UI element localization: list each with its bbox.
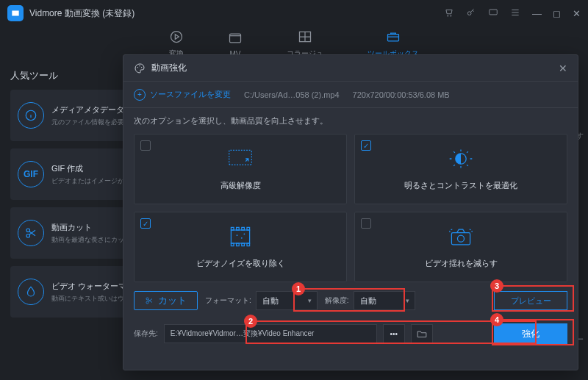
drop-icon: [18, 279, 44, 305]
checkbox[interactable]: [361, 218, 371, 229]
svg-rect-14: [231, 230, 249, 243]
option-label: 明るさとコントラストを最適化: [404, 180, 517, 191]
tool-gif-maker[interactable]: GIF GIF 作成 ビデオまたはイメージからGIF: [10, 148, 138, 200]
enhancer-dialog: 動画強化 ✕ + ソースファイルを変更 C:/Users/Ad…058 (2).…: [123, 54, 578, 370]
hint-text: 次のオプションを選択し、動画品質を向上させます。: [134, 115, 567, 126]
change-source-button[interactable]: + ソースファイルを変更: [134, 89, 231, 101]
enhance-button[interactable]: 強化: [494, 323, 567, 344]
camera-icon: [448, 226, 474, 251]
svg-rect-5: [388, 35, 399, 41]
toolbox-icon: [386, 29, 401, 46]
svg-rect-18: [247, 227, 250, 230]
option-upscale[interactable]: 高級解像度: [134, 134, 347, 204]
monitor-icon: [227, 148, 254, 173]
svg-point-10: [139, 65, 140, 66]
format-select[interactable]: 自動: [256, 291, 318, 310]
browse-button[interactable]: •••: [383, 324, 405, 343]
svg-rect-1: [490, 9, 498, 14]
svg-point-24: [241, 237, 243, 238]
save-path-field[interactable]: E:¥Vidmore¥Vidmor…変換¥Video Enhancer: [164, 324, 377, 343]
mv-icon: [228, 31, 243, 47]
option-label: ビデオノイズを取り除く: [196, 258, 285, 269]
svg-point-25: [244, 233, 245, 234]
tool-video-cut[interactable]: 動画カット 動画を最適な長さにカット: [10, 207, 138, 259]
app-logo: [7, 5, 24, 21]
svg-rect-17: [242, 227, 245, 230]
tool-desc: ビデオまたはイメージからGIF: [51, 176, 131, 186]
change-source-label: ソースファイルを変更: [150, 89, 231, 100]
resolution-select[interactable]: 自動: [354, 291, 415, 310]
cut-label: カット: [158, 294, 187, 307]
minimize-button[interactable]: —: [532, 8, 541, 19]
preview-button[interactable]: プレビュー: [494, 291, 567, 310]
resolution-group: 解像度: 自動: [325, 291, 415, 310]
convert-icon: [169, 29, 184, 46]
menu-icon[interactable]: [510, 7, 520, 20]
svg-point-27: [458, 235, 465, 242]
sidebar-title: 人気ツール: [10, 69, 138, 82]
checkbox[interactable]: ✓: [361, 140, 371, 151]
option-label: 高級解像度: [220, 180, 261, 191]
resolution-label: 解像度:: [325, 295, 349, 306]
format-label: フォーマット:: [205, 295, 251, 306]
svg-point-11: [141, 67, 142, 68]
source-row: + ソースファイルを変更 C:/Users/Ad…058 (2).mp4 720…: [123, 82, 578, 108]
tool-name: メディアメタデータエディター: [51, 104, 131, 115]
format-group: フォーマット: 自動: [205, 291, 318, 310]
titlebar: Vidmore 動画変換 (未登録) — ◻ ✕: [0, 0, 588, 26]
svg-rect-20: [237, 243, 240, 246]
dialog-title: 動画強化: [151, 62, 559, 74]
source-path: C:/Users/Ad…058 (2).mp4: [244, 90, 340, 99]
tool-metadata-editor[interactable]: メディアメタデータエディター 元のファイル情報を必要に応じて変更します: [10, 90, 138, 141]
tool-watermark[interactable]: ビデオ ウォーターマーク除去 動画にテキスト或いはウォーターマークを追加します: [10, 266, 138, 318]
svg-rect-12: [229, 150, 252, 165]
checkbox[interactable]: [140, 140, 151, 151]
svg-rect-21: [242, 243, 245, 246]
svg-rect-16: [237, 227, 240, 230]
key-icon[interactable]: [466, 7, 476, 20]
option-brightness[interactable]: ✓ 明るさとコントラストを最適化: [354, 134, 567, 204]
svg-point-23: [237, 234, 238, 236]
tool-name: GIF 作成: [51, 163, 131, 174]
close-button[interactable]: ✕: [573, 8, 581, 19]
dialog-body: 次のオプションを選択し、動画品質を向上させます。 高級解像度 ✓ 明るさとコント…: [123, 108, 578, 351]
tool-desc: 元のファイル情報を必要に応じて変更します: [51, 118, 131, 127]
cut-button[interactable]: カット: [134, 291, 198, 310]
collage-icon: [298, 29, 312, 46]
svg-rect-22: [247, 243, 250, 246]
tool-name: 動画カット: [51, 222, 131, 233]
palette-icon: [134, 62, 146, 74]
gif-icon: GIF: [18, 161, 44, 187]
dialog-header: 動画強化 ✕: [123, 55, 578, 82]
maximize-button[interactable]: ◻: [553, 8, 561, 19]
svg-point-0: [467, 11, 471, 15]
option-stabilize[interactable]: ビデオ揺れを減らす: [354, 212, 567, 282]
scissors-icon: [18, 220, 44, 246]
open-folder-button[interactable]: [411, 324, 433, 343]
source-meta: 720x720/00:00:53/6.08 MB: [353, 90, 450, 99]
svg-rect-3: [230, 34, 241, 43]
dialog-close-button[interactable]: ✕: [559, 62, 567, 74]
sidebar: 人気ツール メディアメタデータエディター 元のファイル情報を必要に応じて変更しま…: [0, 62, 138, 380]
checkbox[interactable]: ✓: [140, 218, 151, 229]
option-label: ビデオ揺れを減らす: [425, 258, 498, 269]
svg-rect-26: [451, 232, 470, 244]
brightness-icon: [448, 148, 474, 173]
tool-desc: 動画にテキスト或いはウォーターマークを追加します: [51, 294, 131, 304]
plus-icon: +: [134, 89, 146, 101]
tool-desc: 動画を最適な長さにカット: [51, 235, 131, 245]
message-icon[interactable]: [488, 7, 498, 20]
info-icon: [18, 102, 44, 129]
cart-icon[interactable]: [444, 7, 454, 20]
save-label: 保存先:: [134, 329, 158, 339]
option-denoise[interactable]: ✓ ビデオノイズを取り除く: [134, 212, 347, 282]
tool-name: ビデオ ウォーターマーク除去: [51, 281, 131, 292]
app-title: Vidmore 動画変換 (未登録): [29, 7, 444, 20]
svg-rect-19: [231, 243, 234, 246]
svg-rect-15: [231, 227, 234, 230]
svg-point-9: [137, 67, 138, 68]
nav-mv[interactable]: MV: [228, 31, 243, 58]
svg-point-2: [171, 32, 182, 43]
film-icon: [227, 226, 254, 251]
